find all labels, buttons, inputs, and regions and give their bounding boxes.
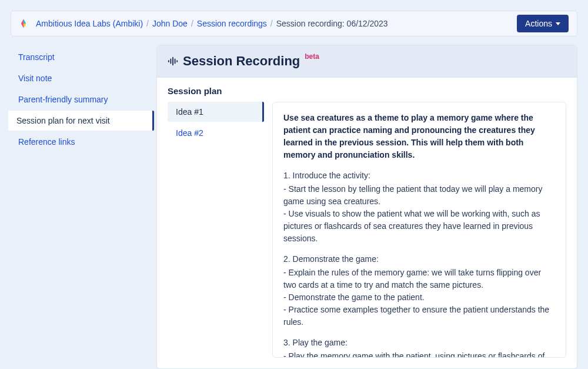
idea-tab[interactable]: Idea #2 [168,123,264,143]
step-line: - Practice some examples together to ens… [283,304,555,328]
idea-content: Use sea creatures as a theme to play a m… [272,102,566,358]
step-block: 3. Play the game:- Play the memory game … [283,337,555,358]
step-line: - Explain the rules of the memory game: … [283,267,555,291]
actions-button-label: Actions [525,19,552,28]
step-line: - Start the lesson by telling the patien… [283,183,555,208]
breadcrumb-separator: / [146,19,149,28]
breadcrumb-separator: / [270,19,273,28]
breadcrumb-bar: Ambitious Idea Labs (Ambiki) / John Doe … [11,11,577,36]
svg-rect-1 [171,59,172,64]
sidebar: TranscriptVisit noteParent-friendly summ… [8,45,154,369]
step-block: 2. Demonstrate the game:- Explain the ru… [283,253,555,328]
audio-wave-icon [168,56,178,67]
idea-tabs: Idea #1Idea #2 [168,102,264,358]
breadcrumb-current: Session recording: 06/12/2023 [276,19,388,28]
svg-rect-0 [168,60,169,62]
sidebar-item[interactable]: Reference links [8,132,154,152]
sidebar-item[interactable]: Visit note [8,68,154,88]
step-line: - Demonstrate the game to the patient. [283,291,555,304]
main-panel: Session Recording beta Session plan Idea… [156,45,577,369]
breadcrumb-separator: / [191,19,193,28]
step-title: 3. Play the game: [283,337,555,349]
idea-intro: Use sea creatures as a theme to play a m… [283,112,555,161]
breadcrumb-org[interactable]: Ambitious Idea Labs (Ambiki) [36,19,143,28]
step-line: - Play the memory game with the patient,… [283,350,555,358]
idea-tab[interactable]: Idea #1 [168,102,264,122]
step-block: 1. Introduce the activity:- Start the le… [283,169,555,245]
beta-badge: beta [305,52,319,61]
page-title: Session Recording [183,54,300,69]
svg-rect-3 [175,59,176,64]
app-logo-icon [17,17,30,30]
section-title: Session plan [168,86,566,96]
sidebar-item[interactable]: Transcript [8,47,154,67]
step-line: - Use visuals to show the patient what w… [283,208,555,245]
breadcrumb-user[interactable]: John Doe [152,19,188,28]
breadcrumb: Ambitious Idea Labs (Ambiki) / John Doe … [36,19,517,28]
sidebar-item[interactable]: Parent-friendly summary [8,89,154,109]
breadcrumb-section[interactable]: Session recordings [197,19,267,28]
main-header: Session Recording beta [157,45,577,78]
actions-button[interactable]: Actions [517,15,569,32]
svg-rect-4 [176,60,178,62]
step-title: 2. Demonstrate the game: [283,253,555,265]
step-title: 1. Introduce the activity: [283,169,555,182]
svg-rect-2 [172,57,173,65]
chevron-down-icon [556,22,560,25]
sidebar-item[interactable]: Session plan for next visit [8,111,154,131]
